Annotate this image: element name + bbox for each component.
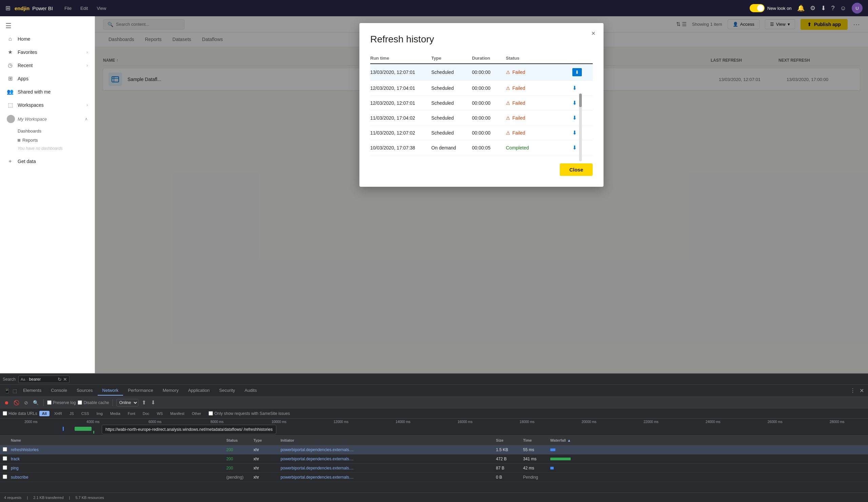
preserve-log-checkbox[interactable]: Preserve log	[47, 400, 76, 405]
download-btn[interactable]: ⬇	[572, 115, 577, 121]
tab-console[interactable]: Console	[46, 386, 72, 396]
download-btn[interactable]: ⬇	[572, 85, 577, 91]
tab-performance[interactable]: Performance	[123, 386, 158, 396]
sidebar-toggle[interactable]: ☰	[0, 19, 95, 33]
clear-button[interactable]: 🚫	[12, 399, 21, 407]
filter-manifest[interactable]: Manifest	[167, 411, 187, 416]
tab-network[interactable]: Network	[98, 386, 123, 396]
sub-dashboards[interactable]: Dashboards	[18, 126, 95, 136]
cell-download[interactable]: ⬇	[572, 140, 593, 155]
filter-media[interactable]: Media	[107, 411, 123, 416]
header-size[interactable]: Size	[493, 437, 520, 444]
tab-elements[interactable]: Elements	[18, 386, 46, 396]
filter-button[interactable]: ⊘	[23, 399, 30, 407]
row-checkbox-cell[interactable]	[0, 447, 8, 452]
grid-icon[interactable]: ⊞	[6, 4, 11, 12]
tab-memory[interactable]: Memory	[158, 386, 184, 396]
sidebar-item-home[interactable]: ⌂ Home	[0, 33, 95, 45]
import-har-button[interactable]: ⬆	[141, 398, 147, 407]
header-status[interactable]: Status	[224, 437, 250, 444]
disable-cache-input[interactable]	[78, 400, 82, 405]
cell-download[interactable]: ⬇	[572, 81, 593, 96]
cell-download[interactable]: ⬇	[572, 111, 593, 125]
filter-other[interactable]: Other	[189, 411, 204, 416]
same-site-input[interactable]	[208, 411, 213, 416]
export-har-button[interactable]: ⬇	[149, 398, 157, 407]
filter-font[interactable]: Font	[125, 411, 138, 416]
row-checkbox-cell[interactable]	[0, 466, 8, 471]
download-btn[interactable]: ⬇	[572, 129, 577, 136]
devtools-more-icon[interactable]: ⋮	[849, 386, 857, 395]
new-look-toggle[interactable]: New look on	[750, 4, 792, 12]
devtools-inspect-icon[interactable]: ⬚	[11, 387, 18, 395]
help-icon[interactable]: ?	[831, 5, 835, 12]
search-clear-icon[interactable]: ✕	[63, 377, 67, 382]
sidebar-item-recent[interactable]: ◷ Recent ›	[0, 59, 95, 72]
row-checkbox-cell[interactable]	[0, 456, 8, 462]
sidebar-item-shared[interactable]: 👥 Shared with me	[0, 85, 95, 98]
tab-application[interactable]: Application	[184, 386, 215, 396]
row-checkbox-cell[interactable]	[0, 474, 8, 480]
preserve-log-input[interactable]	[47, 400, 52, 405]
download-btn[interactable]: ⬇	[572, 144, 577, 151]
sidebar-item-favorites[interactable]: ★ Favorites ›	[0, 45, 95, 59]
hide-data-urls-checkbox[interactable]: Hide data URLs	[3, 411, 37, 416]
header-name[interactable]: Name	[8, 437, 224, 444]
filter-all[interactable]: All	[39, 411, 50, 416]
cell-download[interactable]: ⬇	[572, 64, 593, 81]
settings-icon[interactable]: ⚙	[810, 4, 815, 12]
devtools-close-icon[interactable]: ✕	[858, 386, 865, 395]
filter-doc[interactable]: Doc	[140, 411, 152, 416]
filter-xhr[interactable]: XHR	[52, 411, 65, 416]
modal-close-btn[interactable]: Close	[560, 164, 593, 176]
header-initiator[interactable]: Initiator	[278, 437, 493, 444]
header-type[interactable]: Type	[250, 437, 278, 444]
table-row[interactable]: 12/03/2020, 17:04:01Scheduled00:00:00⚠ F…	[370, 81, 593, 96]
notification-icon[interactable]: 🔔	[797, 4, 805, 12]
table-row[interactable]: 10/03/2020, 17:07:38On demand00:00:05Com…	[370, 140, 593, 155]
download-btn[interactable]: ⬇	[572, 100, 577, 106]
workspace-expand-icon[interactable]: ∧	[85, 117, 88, 121]
edit-tab[interactable]: Edit	[76, 4, 92, 12]
filter-img[interactable]: Img	[94, 411, 105, 416]
tab-audits[interactable]: Audits	[240, 386, 261, 396]
table-row[interactable]: 12/03/2020, 12:07:01Scheduled00:00:00⚠ F…	[370, 96, 593, 111]
devtools-device-icon[interactable]: 📱	[3, 387, 11, 395]
my-workspace-item[interactable]: My Workspace ∧	[0, 112, 95, 126]
hide-data-urls-input[interactable]	[3, 411, 7, 416]
filter-css[interactable]: CSS	[79, 411, 92, 416]
sub-reports[interactable]: Reports	[18, 136, 95, 145]
network-row[interactable]: subscribe(pending)xhrpowerbiportal.depen…	[0, 473, 868, 482]
tab-security[interactable]: Security	[214, 386, 240, 396]
view-tab[interactable]: View	[93, 4, 110, 12]
network-row[interactable]: ping200xhrpowerbiportal.dependencies.ext…	[0, 464, 868, 473]
header-time[interactable]: Time	[520, 437, 548, 444]
network-row[interactable]: track200xhrpowerbiportal.dependencies.ex…	[0, 454, 868, 464]
sidebar-item-workspaces[interactable]: ⬚ Workspaces ›	[0, 98, 95, 112]
sidebar-item-getdata[interactable]: + Get data	[0, 155, 95, 168]
search-refresh-icon[interactable]: ↻	[58, 377, 62, 382]
disable-cache-checkbox[interactable]: Disable cache	[78, 400, 109, 405]
same-site-checkbox[interactable]: Only show requests with SameSite issues	[208, 411, 290, 416]
tab-sources[interactable]: Sources	[72, 386, 98, 396]
search-network-button[interactable]: 🔍	[32, 399, 40, 407]
filter-js[interactable]: JS	[67, 411, 76, 416]
file-tab[interactable]: File	[60, 4, 76, 12]
network-row[interactable]: refreshhistories200xhrpowerbiportal.depe…	[0, 446, 868, 454]
download-active-btn[interactable]: ⬇	[572, 68, 582, 76]
table-row[interactable]: 11/03/2020, 17:04:02Scheduled00:00:00⚠ F…	[370, 111, 593, 125]
throttle-select[interactable]: Online	[116, 399, 138, 406]
user-avatar[interactable]: U	[852, 3, 862, 13]
cell-download[interactable]: ⬇	[572, 96, 593, 111]
record-button[interactable]: ⏺	[3, 399, 10, 407]
filter-ws[interactable]: WS	[154, 411, 165, 416]
emoji-icon[interactable]: ☺	[840, 5, 846, 12]
cell-download[interactable]: ⬇	[572, 125, 593, 140]
sidebar-item-apps[interactable]: ⊞ Apps	[0, 72, 95, 85]
scroll-indicator[interactable]	[579, 94, 582, 161]
header-waterfall[interactable]: Waterfall ▲	[548, 437, 868, 444]
table-row[interactable]: 11/03/2020, 12:07:02Scheduled00:00:00⚠ F…	[370, 125, 593, 140]
dev-search-input[interactable]	[29, 377, 56, 382]
modal-close-button[interactable]: ×	[589, 29, 598, 38]
download-icon[interactable]: ⬇	[821, 4, 826, 12]
